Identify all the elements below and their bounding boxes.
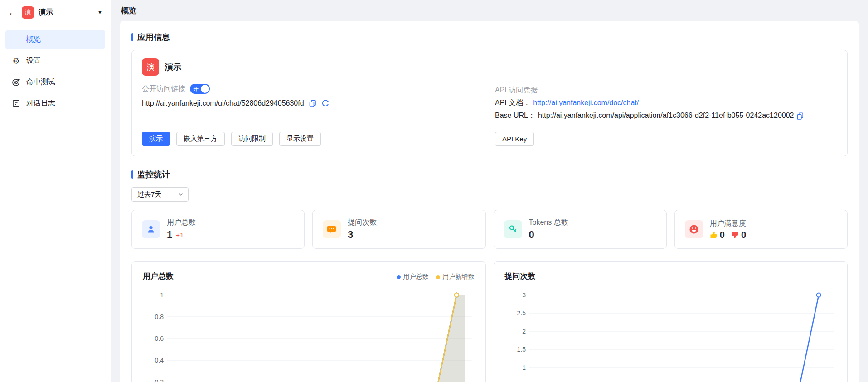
display-settings-button[interactable]: 显示设置: [279, 132, 321, 146]
users-line-chart: 00.20.40.60.81: [143, 289, 475, 382]
svg-text:0.2: 0.2: [155, 378, 164, 382]
copy-icon[interactable]: [309, 99, 317, 107]
date-range-select[interactable]: 过去7天: [131, 187, 189, 202]
legend-label: 用户总数: [403, 273, 429, 281]
app-actions: 演示 嵌入第三方 访问限制 显示设置: [142, 132, 484, 146]
legend-item[interactable]: 用户总数: [397, 273, 429, 281]
public-link-label: 公开访问链接: [142, 84, 185, 94]
legend-item[interactable]: 用户新增数: [436, 273, 475, 281]
legend-dot: [436, 275, 440, 279]
stat-label: 提问次数: [348, 218, 377, 227]
sidebar-item-chat-logs[interactable]: 对话日志: [5, 94, 105, 113]
sidebar-item-hit-test[interactable]: 命中测试: [5, 73, 105, 92]
section-accent-bar: [131, 170, 133, 179]
app-card-header: 演 演示: [142, 58, 837, 76]
copy-icon[interactable]: [796, 112, 804, 120]
date-range-value: 过去7天: [137, 190, 161, 199]
grid-icon: [12, 35, 20, 44]
svg-text:0.4: 0.4: [155, 357, 164, 364]
svg-text:0.8: 0.8: [155, 313, 164, 320]
stat-value: 0: [529, 229, 534, 241]
stat-card-users: 用户总数 1 +1: [131, 210, 305, 249]
app-name: 演示: [39, 8, 93, 17]
api-key-button[interactable]: API Key: [495, 132, 534, 146]
api-doc-link[interactable]: http://ai.yanfankeji.com/doc/chat/: [533, 97, 639, 109]
section-title: 应用信息: [137, 32, 170, 43]
app-root: ← 演 演示 ▼ 概览 ⚙ 设置 命中测试: [0, 0, 868, 382]
svg-text:1.5: 1.5: [517, 346, 526, 353]
monitoring-section-header: 监控统计: [131, 169, 848, 180]
app-avatar-large: 演: [142, 58, 159, 76]
public-link-toggle[interactable]: 开: [190, 84, 210, 94]
thumb-down-count: 0: [741, 230, 746, 240]
stat-delta: +1: [176, 231, 184, 239]
svg-text:1: 1: [160, 291, 164, 299]
stat-card-satisfaction: 用户满意度 0 0: [674, 210, 848, 249]
main-area: 概览 应用信息 演 演示 公开访问链接 开: [111, 0, 868, 382]
questions-chart-card: 提问次数 00.511.522.53: [494, 261, 848, 382]
thumb-up-count: 0: [720, 230, 725, 240]
base-url-label: Base URL：: [495, 109, 535, 122]
stat-label: 用户满意度: [710, 219, 746, 228]
questions-line-chart: 00.511.522.53: [505, 289, 837, 382]
sidebar-item-label: 概览: [26, 35, 41, 44]
public-link-column: 公开访问链接 开 http://ai.yanfankeji.com/ui/cha…: [142, 84, 484, 122]
chat-url: http://ai.yanfankeji.com/ui/chat/52806d2…: [142, 99, 304, 107]
gear-icon: ⚙: [12, 57, 20, 65]
charts-row: 用户总数 用户总数 用户新增数 00.20.40.60.81: [131, 261, 848, 382]
api-doc-label: API 文档：: [495, 97, 530, 109]
chart-legend: 用户总数 用户新增数: [397, 273, 475, 281]
stat-value: 3: [348, 229, 353, 241]
sidebar-item-label: 对话日志: [26, 99, 55, 108]
stat-card-questions: 提问次数 3: [312, 210, 485, 249]
thumb-down-icon: [731, 231, 739, 239]
sidebar-item-settings[interactable]: ⚙ 设置: [5, 51, 105, 71]
sidebar-nav: 概览 ⚙ 设置 命中测试 对话日志: [0, 24, 111, 113]
svg-text:0.6: 0.6: [155, 335, 164, 342]
key-icon: [504, 220, 522, 238]
sidebar-item-label: 设置: [26, 56, 41, 66]
stat-cards: 用户总数 1 +1 提问次数 3: [131, 210, 848, 249]
sidebar-item-label: 命中测试: [26, 77, 55, 87]
thumb-up-icon: [710, 231, 718, 239]
toggle-state-text: 开: [193, 85, 199, 93]
monitoring-section: 监控统计 过去7天 用户总数 1: [131, 169, 848, 382]
back-icon[interactable]: ←: [8, 8, 17, 17]
chevron-down-icon[interactable]: ▼: [97, 10, 102, 15]
api-actions: API Key: [495, 132, 837, 146]
stat-label: 用户总数: [167, 218, 196, 227]
log-icon: [12, 99, 20, 108]
refresh-icon[interactable]: [321, 99, 330, 107]
sidebar-item-overview[interactable]: 概览: [5, 30, 105, 49]
svg-text:2.5: 2.5: [517, 309, 526, 317]
legend-label: 用户新增数: [443, 273, 475, 281]
stat-value: 1: [167, 229, 172, 241]
stat-card-tokens: Tokens 总数 0: [494, 210, 667, 249]
embed-third-party-button[interactable]: 嵌入第三方: [176, 132, 225, 146]
section-accent-bar: [131, 33, 133, 41]
users-chart-card: 用户总数 用户总数 用户新增数 00.20.40.60.81: [131, 261, 486, 382]
stat-label: Tokens 总数: [529, 218, 568, 227]
app-card-title: 演示: [165, 62, 181, 73]
target-icon: [12, 78, 20, 87]
sidebar: ← 演 演示 ▼ 概览 ⚙ 设置 命中测试: [0, 0, 111, 382]
app-avatar: 演: [22, 6, 34, 19]
api-credentials-label: API 访问凭据: [495, 84, 837, 97]
user-icon: [142, 220, 160, 238]
chart-title: 提问次数: [505, 271, 837, 281]
toggle-knob: [201, 85, 209, 93]
chevron-down-icon: [178, 192, 184, 197]
legend-dot: [397, 275, 401, 279]
base-url-value: http://ai.yanfankeji.com/api/application…: [538, 109, 794, 122]
demo-button[interactable]: 演示: [142, 132, 170, 146]
chat-bubble-icon: [323, 220, 341, 238]
smile-icon: [685, 220, 703, 238]
app-info-card: 演 演示 公开访问链接 开 http://ai.yanfan: [131, 50, 848, 156]
access-limit-button[interactable]: 访问限制: [231, 132, 273, 146]
api-credentials-column: API 访问凭据 API 文档： http://ai.yanfankeji.co…: [495, 84, 837, 122]
section-title: 监控统计: [137, 169, 170, 180]
svg-text:1: 1: [522, 364, 526, 371]
svg-text:2: 2: [522, 328, 526, 335]
page-title: 概览: [121, 5, 136, 16]
app-info-section-header: 应用信息: [131, 32, 848, 43]
